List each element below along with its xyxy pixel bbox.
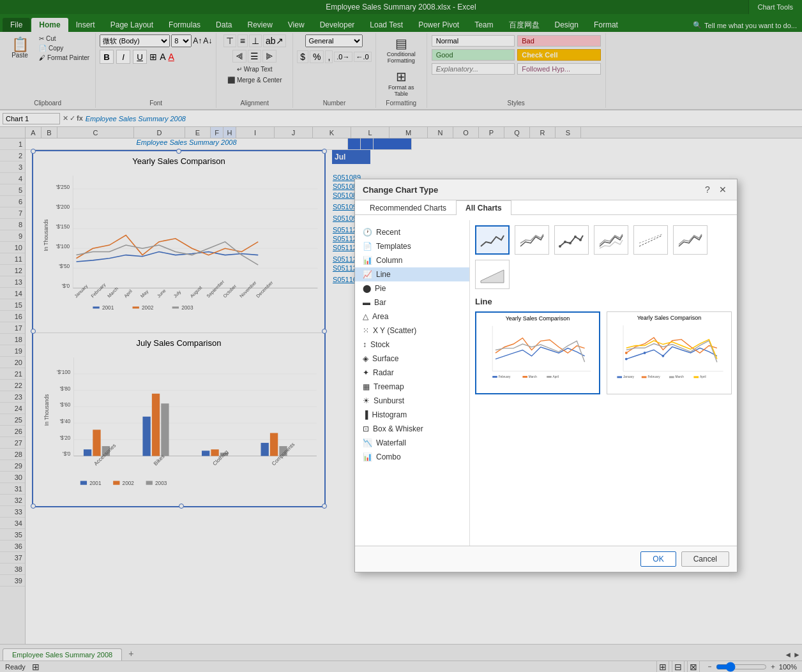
chart-type-templates[interactable]: 📄 Templates (355, 239, 469, 253)
dialog-right-panel: Line Yearly Sales Comparison (470, 220, 737, 546)
ok-button[interactable]: OK (640, 551, 676, 567)
area-label: Area (372, 312, 388, 321)
preview2-title: Yearly Sales Comparison (610, 315, 729, 321)
bar-icon: ▬ (363, 298, 370, 307)
svg-text:March: March (529, 375, 537, 378)
line-type-5[interactable] (633, 225, 668, 255)
svg-rect-92 (669, 376, 674, 378)
svg-marker-73 (481, 270, 504, 283)
treemap-label: Treemap (374, 382, 404, 391)
chart-type-scatter[interactable]: ⁙ X Y (Scatter) (355, 324, 469, 338)
chart-type-box[interactable]: ⊡ Box & Whisker (355, 422, 469, 436)
chart-preview-1[interactable]: Yearly Sales Comparison February March (475, 311, 600, 394)
pie-label: Pie (375, 284, 386, 293)
sunburst-icon: ☀ (363, 396, 370, 405)
scatter-label: X Y (Scatter) (373, 326, 416, 335)
chart-type-pie[interactable]: ⬤ Pie (355, 281, 469, 295)
line-label: Line (376, 270, 391, 279)
chart-type-waterfall[interactable]: 📉 Waterfall (355, 436, 469, 450)
svg-point-87 (625, 352, 628, 354)
chart-type-histogram[interactable]: ▐ Histogram (355, 408, 469, 422)
waterfall-label: Waterfall (376, 438, 406, 447)
svg-text:January: January (623, 375, 635, 378)
box-icon: ⊡ (363, 424, 369, 433)
stock-label: Stock (370, 340, 390, 349)
svg-point-86 (662, 355, 664, 357)
histogram-icon: ▐ (363, 410, 368, 419)
surface-icon: ◈ (363, 354, 368, 363)
stock-icon: ↕ (363, 340, 367, 349)
svg-point-84 (625, 358, 628, 361)
line-type-4[interactable] (594, 225, 628, 255)
svg-rect-78 (522, 376, 527, 378)
chart-type-line[interactable]: 📈 Line (355, 267, 469, 281)
dialog-left-panel: 🕐 Recent 📄 Templates 📊 Column 📈 Line ⬤ (355, 220, 470, 546)
dialog-tabs: Recommended Charts All Charts (355, 200, 737, 215)
surface-label: Surface (372, 354, 398, 363)
svg-text:April: April (553, 375, 559, 378)
dialog-close-buttons: ? ✕ (701, 183, 729, 196)
combo-icon: 📊 (363, 452, 372, 461)
histogram-label: Histogram (372, 410, 407, 419)
change-chart-type-dialog: Change Chart Type ? ✕ Recommended Charts… (354, 179, 738, 572)
svg-rect-94 (693, 376, 699, 378)
chart-type-recent[interactable]: 🕐 Recent (355, 225, 469, 239)
chart-type-area[interactable]: △ Area (355, 310, 469, 324)
svg-rect-80 (547, 376, 552, 378)
dialog-body: 🕐 Recent 📄 Templates 📊 Column 📈 Line ⬤ (355, 220, 737, 546)
line-type-icons (475, 225, 732, 289)
chart-previews: Yearly Sales Comparison February March (475, 311, 732, 394)
svg-rect-76 (492, 376, 497, 378)
svg-rect-88 (617, 376, 622, 378)
templates-icon: 📄 (363, 242, 372, 251)
templates-label: Templates (376, 242, 411, 251)
svg-point-85 (644, 352, 646, 354)
chart-type-treemap[interactable]: ▦ Treemap (355, 380, 469, 394)
svg-point-68 (559, 245, 561, 248)
radar-label: Radar (373, 368, 394, 377)
line-type-2[interactable] (515, 225, 549, 255)
dialog-close-button[interactable]: ✕ (716, 183, 729, 196)
treemap-icon: ▦ (363, 382, 370, 391)
column-icon: 📊 (363, 256, 372, 265)
svg-point-69 (564, 241, 566, 243)
chart-type-combo[interactable]: 📊 Combo (355, 450, 469, 464)
pie-icon: ⬤ (363, 284, 371, 293)
chart-type-radar[interactable]: ✦ Radar (355, 366, 469, 380)
dialog-title-bar: Change Chart Type ? ✕ (355, 179, 737, 200)
recent-icon: 🕐 (363, 228, 372, 237)
cancel-button[interactable]: Cancel (681, 551, 729, 567)
chart-type-column[interactable]: 📊 Column (355, 253, 469, 267)
bar-label: Bar (374, 298, 386, 307)
box-label: Box & Whisker (373, 424, 423, 433)
chart-type-sunburst[interactable]: ☀ Sunburst (355, 394, 469, 408)
waterfall-icon: 📉 (363, 438, 372, 447)
dialog-help-button[interactable]: ? (701, 183, 714, 196)
svg-text:February: February (499, 375, 511, 378)
svg-point-71 (574, 235, 577, 238)
line-icon: 📈 (363, 270, 372, 279)
preview2-svg: January February March April (610, 322, 729, 384)
line-type-1[interactable] (475, 225, 510, 255)
svg-text:March: March (676, 375, 685, 378)
chart-type-surface[interactable]: ◈ Surface (355, 352, 469, 366)
combo-label: Combo (376, 452, 401, 461)
column-label: Column (376, 256, 402, 265)
line-type-7[interactable] (475, 260, 510, 289)
tab-all-charts[interactable]: All Charts (456, 200, 511, 215)
chart-preview-2[interactable]: Yearly Sales Comparison (607, 311, 732, 394)
preview1-title: Yearly Sales Comparison (479, 315, 596, 322)
dialog-title: Change Chart Type (363, 185, 438, 195)
chart-type-stock[interactable]: ↕ Stock (355, 338, 469, 352)
chart-type-bar[interactable]: ▬ Bar (355, 295, 469, 310)
line-type-6[interactable] (673, 225, 707, 255)
line-type-3[interactable] (554, 225, 589, 255)
section-title: Line (475, 297, 732, 306)
dialog-footer: OK Cancel (355, 546, 737, 572)
area-icon: △ (363, 312, 368, 321)
svg-text:April: April (700, 375, 706, 378)
svg-point-70 (569, 242, 571, 244)
tab-recommended-charts[interactable]: Recommended Charts (360, 200, 456, 215)
radar-icon: ✦ (363, 368, 369, 377)
svg-rect-90 (642, 376, 647, 378)
